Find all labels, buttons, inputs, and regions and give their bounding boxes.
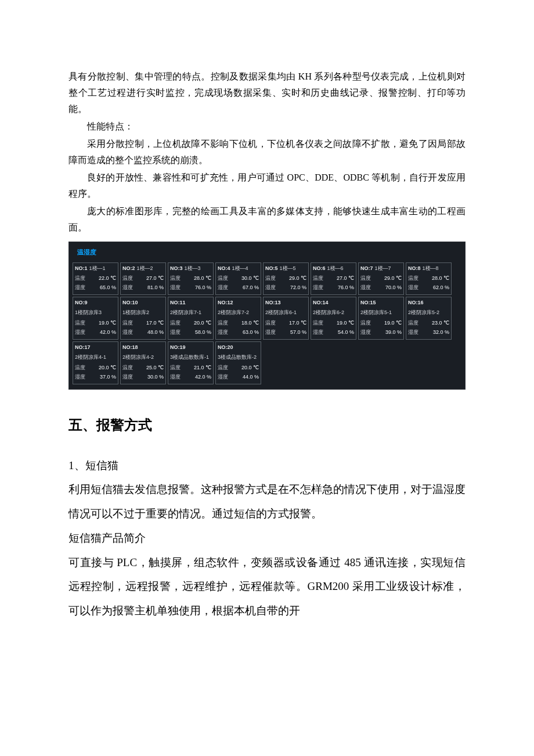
- tile-location: 1楼—4: [232, 264, 248, 273]
- tile-readings: 温度19.0 ℃湿度54.0 %: [313, 319, 354, 337]
- tile-readings: 温度30.0 ℃湿度67.0 %: [218, 274, 259, 293]
- temp-label: 温度: [408, 319, 421, 328]
- humidity-label: 湿度: [170, 373, 183, 382]
- humidity-value: 72.0 %: [278, 283, 306, 293]
- tile-location: 3楼成品散数库-1: [170, 353, 211, 362]
- tile-number: NO:2: [122, 264, 135, 273]
- temp-value: 29.0 ℃: [278, 274, 306, 283]
- sensor-tile: NO:71楼—7温度29.0 ℃湿度70.0 %: [358, 262, 404, 294]
- paragraph: 采用分散控制，上位机故障不影响下位机，下位机各仪表之间故障不扩散，避免了因局部故…: [68, 136, 466, 168]
- humidity-value: 67.0 %: [230, 283, 259, 293]
- temp-value: 30.0 ℃: [230, 274, 259, 283]
- humidity-label: 湿度: [170, 328, 183, 337]
- humidity-value: 30.0 %: [135, 373, 164, 382]
- tile-readings: 温度28.0 ℃湿度76.0 %: [170, 274, 211, 293]
- humidity-value: 54.0 %: [326, 328, 354, 337]
- humidity-value: 76.0 %: [183, 283, 211, 293]
- temp-value: 27.0 ℃: [326, 274, 354, 283]
- temp-label: 温度: [122, 319, 135, 328]
- sensor-tile: NO:81楼—8温度28.0 ℃湿度62.0 %: [406, 262, 452, 294]
- sensor-grid: NO:11楼—1温度22.0 ℃湿度65.0 %NO:21楼—2温度27.0 ℃…: [73, 262, 461, 384]
- tile-location: 2楼阴凉库4-1: [75, 353, 116, 362]
- humidity-label: 湿度: [122, 373, 135, 382]
- tile-location: 2楼阴凉库7-2: [218, 308, 259, 318]
- tile-readings: 温度23.0 ℃湿度32.0 %: [408, 319, 449, 337]
- tile-number: NO:12: [218, 298, 233, 308]
- sensor-tile: NO:193楼成品散数库-1温度21.0 ℃湿度42.0 %: [168, 341, 214, 384]
- temp-label: 温度: [313, 274, 326, 283]
- sensor-tile: NO:51楼—5温度29.0 ℃湿度72.0 %: [263, 262, 309, 294]
- tile-readings: 温度20.0 ℃湿度37.0 %: [75, 363, 116, 382]
- tile-location: 2楼阴凉库5-1: [360, 308, 402, 318]
- temp-label: 温度: [170, 363, 183, 373]
- sensor-tile: NO:182楼阴凉库4-2温度25.0 ℃湿度30.0 %: [120, 341, 166, 384]
- section-body: 1、短信猫 利用短信猫去发信息报警。这种报警方式是在不怎样急的情况下使用，对于温…: [68, 453, 466, 624]
- temp-label: 温度: [360, 274, 373, 283]
- tile-number: NO:14: [313, 298, 329, 308]
- sensor-tile: NO:21楼—2温度27.0 ℃湿度81.0 %: [120, 262, 166, 294]
- temp-value: 17.0 ℃: [278, 319, 306, 328]
- temp-value: 17.0 ℃: [135, 319, 164, 328]
- tile-number: NO:8: [408, 264, 421, 273]
- tile-location: 2楼阴凉库6-1: [265, 308, 306, 318]
- tile-location: 3楼成品散数库-2: [218, 353, 259, 362]
- tile-readings: 温度25.0 ℃湿度30.0 %: [122, 363, 164, 382]
- humidity-value: 48.0 %: [135, 328, 164, 337]
- paragraph: 1、短信猫: [68, 453, 466, 478]
- humidity-label: 湿度: [408, 328, 421, 337]
- tile-readings: 温度17.0 ℃湿度48.0 %: [122, 319, 164, 337]
- tile-location: 1楼—2: [137, 264, 153, 273]
- tile-number: NO:7: [360, 264, 373, 273]
- humidity-label: 湿度: [265, 283, 278, 293]
- tile-number: NO:16: [408, 298, 424, 308]
- humidity-value: 58.0 %: [183, 328, 211, 337]
- tile-number: NO:11: [170, 298, 186, 308]
- section-heading: 五、报警方式: [68, 413, 466, 437]
- temp-label: 温度: [170, 319, 183, 328]
- tile-location: 1楼阴凉库2: [122, 308, 164, 318]
- tile-location: 2楼阴凉库4-2: [122, 353, 164, 362]
- temp-value: 29.0 ℃: [373, 274, 402, 283]
- paragraph: 庞大的标准图形库，完整的绘画工具及丰富的多媒体支持，能够快速生成丰富生动的工程画…: [68, 203, 466, 236]
- temp-label: 温度: [218, 274, 230, 283]
- sensor-tile: NO:41楼—4温度30.0 ℃湿度67.0 %: [215, 262, 261, 294]
- temp-value: 20.0 ℃: [230, 363, 259, 373]
- document-page: 具有分散控制、集中管理的特点。控制及数据采集均由 KH 系列各种型号仪表完成，上…: [0, 0, 534, 658]
- humidity-value: 42.0 %: [88, 328, 116, 337]
- tile-readings: 温度21.0 ℃湿度42.0 %: [170, 363, 211, 382]
- sensor-tile: NO:152楼阴凉库5-1温度19.0 ℃湿度39.0 %: [358, 297, 404, 340]
- tile-location: 2楼阴凉库6-2: [313, 308, 354, 318]
- paragraph: 利用短信猫去发信息报警。这种报警方式是在不怎样急的情况下使用，对于温湿度情况可以…: [68, 477, 466, 526]
- sensor-tile: NO:122楼阴凉库7-2温度18.0 ℃湿度63.0 %: [215, 297, 261, 340]
- humidity-label: 湿度: [360, 283, 373, 293]
- humidity-label: 湿度: [313, 328, 326, 337]
- humidity-label: 湿度: [265, 328, 278, 337]
- temp-label: 温度: [170, 274, 183, 283]
- temp-value: 23.0 ℃: [421, 319, 449, 328]
- humidity-value: 76.0 %: [326, 283, 354, 293]
- tile-number: NO:13: [265, 298, 281, 308]
- temp-label: 温度: [265, 274, 278, 283]
- tile-readings: 温度17.0 ℃湿度57.0 %: [265, 319, 306, 337]
- tile-readings: 温度22.0 ℃湿度65.0 %: [75, 274, 116, 293]
- tile-number: NO:15: [360, 298, 376, 308]
- humidity-label: 湿度: [75, 283, 88, 293]
- temp-value: 20.0 ℃: [88, 363, 116, 373]
- temp-value: 18.0 ℃: [230, 319, 259, 328]
- humidity-value: 39.0 %: [373, 328, 402, 337]
- temp-label: 温度: [75, 363, 88, 373]
- humidity-value: 42.0 %: [183, 373, 211, 382]
- humidity-label: 湿度: [75, 328, 88, 337]
- temp-label: 温度: [265, 319, 278, 328]
- sensor-tile: NO:91楼阴凉库3温度19.0 ℃湿度42.0 %: [73, 297, 118, 340]
- tile-number: NO:5: [265, 264, 278, 273]
- humidity-label: 湿度: [170, 283, 183, 293]
- sensor-tile: NO:11楼—1温度22.0 ℃湿度65.0 %: [73, 262, 118, 294]
- tile-number: NO:9: [75, 298, 88, 308]
- tile-location: 1楼—1: [89, 264, 106, 273]
- paragraph: 短信猫产品简介: [68, 526, 466, 550]
- tile-location: 1楼—3: [185, 264, 201, 273]
- temp-label: 温度: [313, 319, 326, 328]
- temp-label: 温度: [408, 274, 421, 283]
- temp-label: 温度: [75, 319, 88, 328]
